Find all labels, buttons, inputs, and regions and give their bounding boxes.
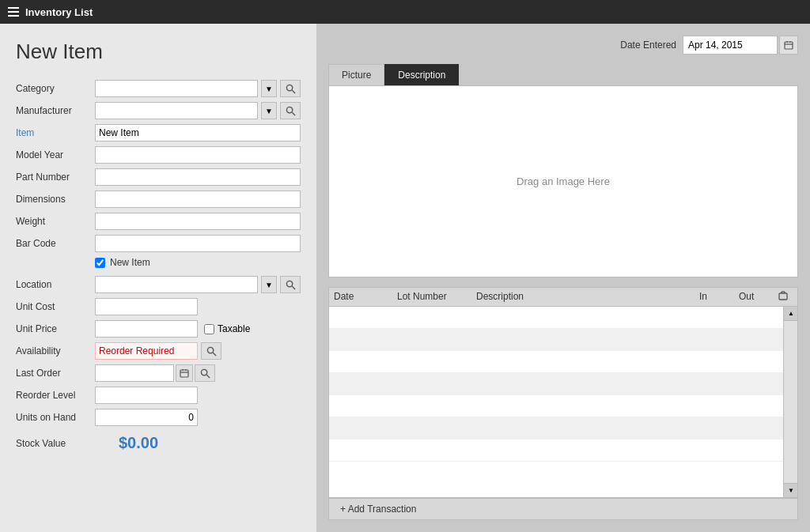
svg-rect-18 [779, 293, 787, 300]
category-dropdown-group: ▼ [95, 80, 301, 97]
taxable-checkbox[interactable] [204, 324, 214, 334]
dimensions-input[interactable] [95, 191, 301, 208]
titlebar: Inventory List [0, 0, 810, 24]
new-item-checkbox-row: New Item [16, 257, 301, 268]
unit-price-input[interactable] [95, 320, 198, 338]
transaction-table-header: Date Lot Number Description In Out [328, 287, 798, 306]
date-calendar-btn[interactable] [779, 36, 798, 55]
last-order-group [95, 364, 215, 382]
manufacturer-label: Manufacturer [16, 105, 95, 116]
location-dropdown-btn[interactable]: ▼ [261, 276, 277, 293]
scroll-down-btn[interactable]: ▼ [784, 483, 798, 497]
table-row [329, 440, 797, 462]
scrollbar[interactable]: ▲ ▼ [783, 307, 797, 497]
weight-row: Weight [16, 213, 301, 230]
availability-input[interactable] [95, 342, 198, 360]
manufacturer-row: Manufacturer ▼ [16, 102, 301, 119]
main-layout: New Item Category ▼ Manufacturer ▼ [0, 24, 810, 532]
col-out: Out [739, 291, 778, 303]
last-order-search-btn[interactable] [195, 364, 215, 382]
left-panel: New Item Category ▼ Manufacturer ▼ [0, 24, 316, 532]
location-input[interactable] [95, 276, 258, 293]
weight-input[interactable] [95, 213, 301, 230]
scroll-up-btn[interactable]: ▲ [784, 307, 798, 321]
manufacturer-input[interactable] [95, 102, 258, 119]
new-item-checkbox[interactable] [95, 258, 105, 268]
part-number-input[interactable] [95, 168, 301, 186]
dimensions-row: Dimensions [16, 191, 301, 208]
col-description: Description [476, 291, 699, 303]
svg-point-12 [201, 369, 206, 375]
part-number-row: Part Number [16, 168, 301, 186]
svg-rect-8 [180, 370, 188, 377]
new-item-checkbox-label: New Item [110, 257, 150, 268]
table-row [329, 373, 797, 395]
table-row [329, 329, 797, 351]
barcode-input[interactable] [95, 235, 301, 252]
location-dropdown-group: ▼ [95, 276, 301, 293]
taxable-area: Taxable [204, 323, 250, 334]
tab-description[interactable]: Description [384, 64, 459, 85]
image-drop-area[interactable]: Drag an Image Here [328, 85, 798, 277]
table-row [329, 307, 797, 329]
svg-line-1 [292, 90, 295, 93]
col-in: In [699, 291, 739, 303]
right-panel: Date Entered Picture Description Drag an… [316, 24, 810, 532]
app-title: Inventory List [25, 6, 93, 18]
image-placeholder-text: Drag an Image Here [517, 175, 610, 187]
reorder-level-input[interactable] [95, 387, 198, 404]
page-title: New Item [16, 40, 301, 64]
reorder-level-label: Reorder Level [16, 390, 95, 401]
last-order-row: Last Order [16, 364, 301, 382]
barcode-row: Bar Code [16, 235, 301, 252]
col-date: Date [334, 291, 397, 303]
item-input[interactable] [95, 124, 301, 141]
col-lot-number: Lot Number [397, 291, 476, 303]
unit-cost-input[interactable] [95, 298, 198, 315]
last-order-calendar-btn[interactable] [176, 364, 193, 382]
unit-price-label: Unit Price [16, 323, 95, 334]
location-row: Location ▼ [16, 276, 301, 293]
table-row [329, 417, 797, 440]
model-year-label: Model Year [16, 149, 95, 160]
unit-cost-label: Unit Cost [16, 301, 95, 312]
table-row [329, 395, 797, 417]
svg-point-0 [286, 85, 292, 90]
unit-price-row: Unit Price Taxable [16, 320, 301, 338]
category-input[interactable] [95, 80, 258, 97]
table-row [329, 351, 797, 373]
svg-point-2 [286, 107, 292, 112]
model-year-row: Model Year [16, 146, 301, 164]
location-search-btn[interactable] [280, 276, 301, 293]
category-search-btn[interactable] [280, 80, 301, 97]
tabs: Picture Description [328, 64, 798, 85]
reorder-level-row: Reorder Level [16, 387, 301, 404]
transaction-table-body: ▲ ▼ [328, 306, 798, 498]
units-on-hand-input[interactable] [95, 409, 198, 426]
col-delete [778, 291, 793, 303]
weight-label: Weight [16, 216, 95, 227]
svg-line-7 [213, 353, 216, 356]
location-label: Location [16, 279, 95, 290]
svg-line-5 [292, 286, 295, 289]
manufacturer-dropdown-btn[interactable]: ▼ [261, 102, 277, 119]
taxable-label: Taxable [218, 323, 250, 334]
date-entered-row: Date Entered [328, 36, 798, 55]
availability-search-btn[interactable] [201, 342, 221, 360]
menu-icon[interactable] [8, 7, 19, 17]
svg-line-13 [206, 375, 210, 378]
date-entered-input[interactable] [683, 36, 778, 55]
barcode-label: Bar Code [16, 238, 95, 249]
last-order-label: Last Order [16, 368, 95, 379]
manufacturer-search-btn[interactable] [280, 102, 301, 119]
svg-point-6 [207, 347, 213, 353]
stock-value-row: Stock Value $0.00 [16, 434, 301, 452]
category-dropdown-btn[interactable]: ▼ [261, 80, 277, 97]
tab-picture[interactable]: Picture [328, 64, 384, 85]
category-row: Category ▼ [16, 80, 301, 97]
model-year-input[interactable] [95, 146, 301, 164]
last-order-input[interactable] [95, 364, 174, 382]
add-transaction-button[interactable]: + Add Transaction [328, 498, 798, 520]
manufacturer-dropdown-group: ▼ [95, 102, 301, 119]
unit-cost-row: Unit Cost [16, 298, 301, 315]
